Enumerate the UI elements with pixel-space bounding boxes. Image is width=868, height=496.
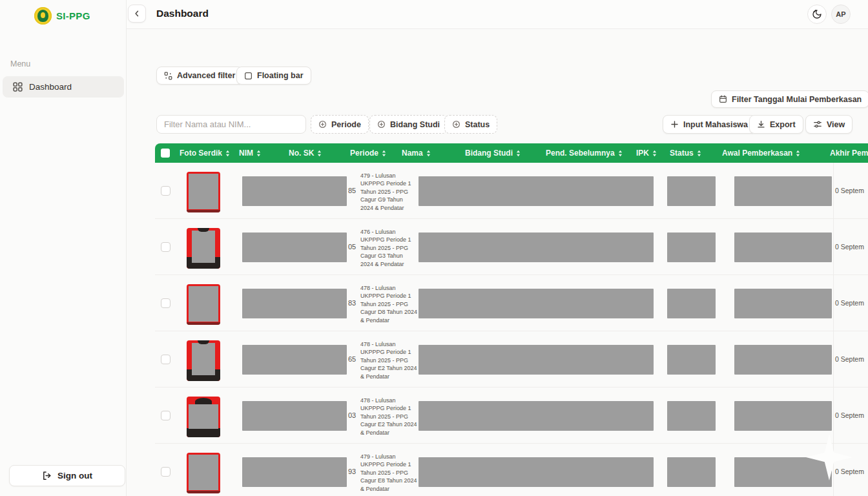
table-row: 03478 - Lulusan UKPPPG Periode 1 Tahun 2…: [155, 388, 868, 444]
redacted-awal-pemberkasan: [734, 457, 832, 487]
redacted-status: [667, 289, 716, 318]
periode-cell: 478 - Lulusan UKPPPG Periode 1 Tahun 202…: [360, 284, 417, 324]
serdik-photo[interactable]: [187, 397, 220, 437]
redacted-nama-bidang-pend: [418, 289, 654, 318]
input-mahasiswa-button[interactable]: Input Mahasiswa: [663, 115, 756, 134]
input-mahasiswa-label: Input Mahasiswa: [683, 120, 748, 129]
circle-plus-icon: [377, 120, 386, 129]
sort-icon: [256, 150, 261, 157]
column-label: NIM: [239, 149, 253, 158]
column-header-status[interactable]: Status: [670, 143, 701, 163]
column-header-akhir-pemberkasan[interactable]: Akhir Pemberkasan: [830, 143, 868, 163]
column-header-bidang-studi[interactable]: Bidang Studi: [465, 143, 521, 163]
view-label: View: [827, 120, 845, 129]
export-button[interactable]: Export: [749, 115, 803, 134]
row-checkbox[interactable]: [161, 411, 170, 420]
table-row: 65478 - Lulusan UKPPPG Periode 1 Tahun 2…: [155, 331, 868, 388]
sort-icon: [697, 150, 701, 157]
sliders-icon: [813, 120, 822, 129]
redacted-awal-pemberkasan: [734, 289, 832, 318]
sort-icon: [317, 150, 322, 157]
chevron-left-icon: [133, 10, 141, 17]
redacted-awal-pemberkasan: [734, 232, 832, 262]
column-header-ipk[interactable]: IPK: [636, 143, 657, 163]
redacted-status: [667, 345, 716, 375]
row-checkbox[interactable]: [161, 242, 170, 252]
serdik-photo[interactable]: [187, 340, 220, 381]
column-header-nim[interactable]: NIM: [239, 143, 261, 163]
redacted-status: [667, 401, 716, 431]
akhir-pemberkasan-fragment: 0 Septem: [835, 299, 864, 307]
brand: SI-PPG: [34, 7, 90, 25]
nosk-fragment: 05: [348, 243, 356, 251]
row-checkbox[interactable]: [161, 355, 170, 364]
floating-bar-button[interactable]: Floating bar: [236, 67, 311, 85]
photo-redaction: [192, 231, 215, 263]
redacted-nama-bidang-pend: [418, 401, 654, 431]
table-row: 83478 - Lulusan UKPPPG Periode 1 Tahun 2…: [155, 275, 868, 331]
serdik-photo[interactable]: [187, 453, 220, 493]
sort-icon: [796, 150, 800, 157]
page-title: Dashboard: [156, 8, 209, 19]
serdik-photo[interactable]: [187, 172, 220, 212]
column-label: Akhir Pemberkasan: [830, 149, 868, 158]
view-button[interactable]: View: [805, 115, 852, 134]
nosk-fragment: 85: [348, 187, 356, 194]
filter-chip-bidang-studi[interactable]: Bidang Studi: [369, 115, 448, 134]
serdik-photo[interactable]: [187, 228, 220, 269]
column-header-awal-pemberkasan[interactable]: Awal Pemberkasan: [722, 143, 800, 163]
table-body: 85479 - Lulusan UKPPPG Periode 1 Tahun 2…: [155, 163, 868, 496]
sort-icon: [225, 150, 230, 157]
sidebar-collapse-button[interactable]: [128, 5, 146, 23]
brand-logo-icon: [34, 7, 52, 25]
nosk-fragment: 65: [348, 355, 356, 363]
filter-chip-periode[interactable]: Periode: [311, 115, 369, 134]
avatar[interactable]: AP: [831, 5, 851, 24]
advanced-filter-button[interactable]: Advanced filter: [156, 67, 243, 85]
nosk-fragment: 03: [348, 411, 356, 419]
date-filter-button[interactable]: Filter Tanggal Mulai Pemberkasan: [711, 90, 868, 108]
logout-icon: [42, 471, 52, 480]
periode-cell: 476 - Lulusan UKPPPG Periode 1 Tahun 202…: [360, 228, 417, 268]
serdik-photo[interactable]: [187, 284, 220, 325]
column-header-pend-sebelumnya[interactable]: Pend. Sebelumnya: [546, 143, 623, 163]
data-table: Foto SerdikNIMNo. SKPeriodeNamaBidang St…: [155, 143, 868, 496]
topbar: Dashboard AP: [127, 0, 868, 29]
row-checkbox[interactable]: [161, 467, 170, 477]
theme-toggle-button[interactable]: [807, 5, 827, 24]
row-checkbox[interactable]: [161, 298, 170, 308]
export-label: Export: [770, 120, 796, 129]
download-icon: [757, 120, 765, 129]
column-header-no-sk[interactable]: No. SK: [289, 143, 322, 163]
akhir-pemberkasan-fragment: 0 Septem: [835, 243, 864, 251]
search-input[interactable]: [156, 115, 306, 134]
column-header-nama[interactable]: Nama: [402, 143, 431, 163]
periode-cell: 478 - Lulusan UKPPPG Periode 1 Tahun 202…: [360, 340, 417, 380]
column-label: Awal Pemberkasan: [722, 149, 792, 158]
periode-cell: 478 - Lulusan UKPPPG Periode 1 Tahun 202…: [360, 397, 417, 437]
column-header-periode[interactable]: Periode: [350, 143, 386, 163]
advanced-filter-icon: [164, 72, 172, 80]
redacted-nim-nosk: [242, 457, 347, 487]
select-all-checkbox[interactable]: [161, 149, 170, 158]
redacted-awal-pemberkasan: [734, 345, 832, 375]
akhir-pemberkasan-fragment: 0 Septem: [835, 187, 864, 194]
photo-redaction: [189, 286, 218, 322]
nosk-fragment: 93: [348, 468, 356, 475]
redacted-status: [667, 232, 716, 262]
redacted-nim-nosk: [242, 345, 347, 375]
column-label: Bidang Studi: [465, 149, 513, 158]
sort-icon: [382, 150, 386, 157]
advanced-filter-label: Advanced filter: [177, 71, 235, 80]
filter-chip-status[interactable]: Status: [444, 115, 497, 134]
sort-icon: [516, 150, 521, 157]
circle-plus-icon: [452, 120, 460, 129]
column-header-foto-serdik[interactable]: Foto Serdik: [180, 143, 230, 163]
column-label: Periode: [350, 149, 378, 158]
redacted-status: [667, 457, 716, 487]
redacted-status: [667, 176, 716, 206]
signout-button[interactable]: Sign out: [9, 465, 125, 486]
row-checkbox[interactable]: [161, 186, 170, 196]
sidebar-item-dashboard[interactable]: Dashboard: [3, 76, 124, 98]
photo-redaction: [192, 343, 215, 375]
